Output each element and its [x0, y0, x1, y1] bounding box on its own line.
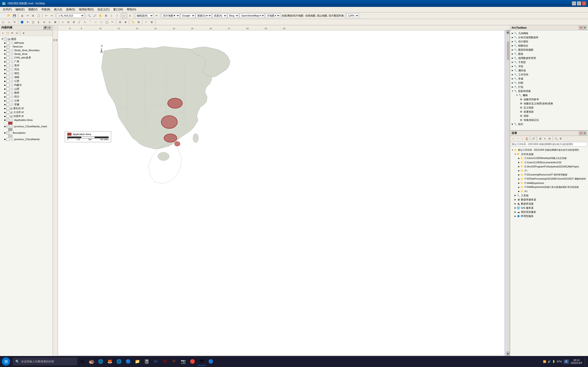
catalog-location-bar[interactable]: 默认工作目录 - 20221004 实验结果图9-提出的方法的适用性 [511, 142, 587, 147]
scroll-up-btn[interactable]: ▲ [506, 30, 510, 34]
vertex-add-btn[interactable]: ⊕ [117, 19, 122, 25]
line-btn[interactable]: ╱ [77, 19, 82, 25]
tool-create-spatial-ref[interactable]: ⚙ 创建空间参考 [510, 97, 588, 101]
catalog-my-hosted-services[interactable]: ▶ ☁ 我托管的服务 [510, 210, 588, 214]
tray-volume-icon[interactable]: 🔊 [548, 360, 551, 363]
freehand-btn[interactable]: 〜 [110, 19, 115, 25]
scale-combo[interactable]: 1:41,416,313 [57, 13, 84, 18]
taskbar-firefox[interactable]: 🦊 [106, 357, 114, 366]
toc-allpoints-expand[interactable]: ▶ [4, 42, 6, 44]
select-btn[interactable]: ▷ [122, 13, 127, 18]
catalog-options-btn[interactable]: ⚙ [559, 136, 563, 141]
tool-batch-project[interactable]: ⚙ 批量投影 [510, 110, 588, 114]
toc-layer-zaili-tif[interactable]: ▶ ▦ 寨礼区.tif [0, 106, 52, 110]
toc-layer-boundaries[interactable]: ▶ ─ Boundaries [0, 131, 52, 135]
toc-group-checkbox[interactable] [4, 38, 7, 41]
zoom-combo[interactable]: 124% [346, 13, 359, 18]
circle-btn[interactable]: ○ [93, 19, 98, 25]
catalog-close-btn[interactable]: ✕ [583, 131, 587, 135]
catalog-detail-btn[interactable]: ⊟ [547, 136, 552, 141]
print-btn[interactable]: 🖨 [19, 13, 25, 18]
menu-bookmark[interactable]: 书签(B) [39, 7, 52, 12]
tray-network-icon[interactable]: 📶 [543, 360, 546, 363]
taskbar-file-explorer[interactable]: 📁 [133, 357, 141, 366]
toc-studyarea-expand[interactable]: ▶ [4, 52, 6, 55]
toc-layer-allpoints[interactable]: ▶ ⬜ AllPoints [0, 41, 52, 45]
tool-layers-views[interactable]: ▶ 🔧 图层和表视图 [510, 48, 588, 52]
taskbar-wps[interactable]: W [161, 357, 169, 366]
taskbar-search-box[interactable]: 🔍 在这里输入你要搜索的内容 [13, 358, 77, 365]
google-combo[interactable]: Google▼ [180, 13, 195, 18]
toc-layer-study-area[interactable]: ▶ ⬜ Study_Area [0, 52, 52, 56]
taskbar-word[interactable]: W [152, 357, 160, 366]
taskbar-bing[interactable]: 🔵 [207, 357, 215, 366]
toc-layer-daye-tif[interactable]: ▶ ▦ 大冶市.tif [0, 110, 52, 114]
tool-domains[interactable]: ▶ 🔧 属性域 [510, 68, 588, 73]
full-extent-btn[interactable]: ⊞ [103, 13, 108, 18]
toc-layer-chn-adm[interactable]: ▶ ⬜ CHN_adm县界 [0, 56, 52, 60]
toc-studyarea-checkbox[interactable] [6, 52, 9, 56]
tool-projection[interactable]: ▼ 🔧 投影和变换 [510, 89, 588, 93]
menu-view[interactable]: 视图(V) [26, 7, 39, 12]
save-btn[interactable]: 💾 [12, 13, 17, 18]
osm-combo[interactable]: OpenStreetMap▼ [240, 13, 265, 18]
arctoolbox-pin-btn[interactable]: 📌 [579, 26, 582, 30]
toc-studyboundary-checkbox[interactable] [6, 49, 9, 52]
toc-layer-hubei[interactable]: ▶ ⬜ 湖北 [0, 71, 52, 75]
feature-create-btn[interactable]: ✦ [25, 19, 30, 25]
catalog-ready-services[interactable]: ▶ 🔷 即用型服务 [510, 214, 588, 218]
tool-create-custom-geo[interactable]: ⚙ 创建自定义地理(坐标)变换 [510, 101, 588, 106]
ellipse-btn[interactable]: ◯ [104, 19, 109, 25]
vertex-del-btn[interactable]: ⊗ [123, 19, 128, 25]
pan-btn[interactable]: ✋ [98, 13, 103, 18]
buffer-btn[interactable]: ⊙ [42, 19, 47, 25]
search-combo[interactable]: 搜索(S)▼ [196, 13, 212, 18]
catalog-pin-btn[interactable]: 📌 [579, 131, 582, 135]
toc-layer-province-used[interactable]: ▶ ⬜ province_CSouthlands_Used [0, 125, 52, 128]
taskbar-ie[interactable]: 🌐 [115, 357, 123, 366]
catalog-folder-exp3[interactable]: ▶ 📁 F:\04AllExperiment\实验3 高分遥感的尾矿库识别实验 [510, 185, 588, 189]
tray-lang[interactable]: 英 [564, 359, 569, 364]
scroll-down-btn[interactable]: ▼ [506, 352, 510, 356]
open-btn[interactable]: 📂 [6, 13, 11, 18]
tool-general[interactable]: ▶ 🔧 常规 [510, 77, 588, 81]
height-combo[interactable]: 高度(A)▼ [212, 13, 227, 18]
close-button[interactable]: ✕ [582, 1, 586, 6]
toc-studyboundary-expand[interactable]: ▶ [4, 49, 6, 52]
toc-layer-anhui[interactable]: ▶ ⬜ 安徽 [0, 102, 52, 106]
menu-geoprocessing[interactable]: 地理处理(G) [77, 7, 95, 12]
tool-fields[interactable]: ▶ 🔧 字段 [510, 64, 588, 68]
toc-layer-yunnan[interactable]: ▶ ⬜ 云南 [0, 99, 52, 102]
taskbar-screenshots[interactable]: 📷 [179, 357, 187, 366]
union-btn[interactable]: ⊎ [47, 19, 52, 25]
taskbar-edge[interactable]: 🌐 [96, 357, 105, 366]
undo-btn[interactable]: ↩ [44, 13, 49, 18]
tool-gdb-management[interactable]: ▶ 🔧 地理数据库管理 [510, 56, 588, 60]
curve-btn[interactable]: ∿ [82, 19, 87, 25]
catalog-folder-connections[interactable]: ▼ 📂 文件夹连接 [510, 152, 588, 156]
catalog-db-connections[interactable]: ▶ 🔌 数据库连接 [510, 202, 588, 206]
catalog-gis-servers[interactable]: ▶ 🌐 GIS 服务器 [510, 206, 588, 210]
scroll-track-v[interactable] [507, 34, 510, 351]
toc-layer-hebei[interactable]: ▶ ⬜ 河北 [0, 67, 52, 71]
edit-pen-btn[interactable]: ✏ [154, 13, 159, 18]
tool-geometry-network[interactable]: ▶ 🔧 几何网络 [510, 31, 588, 35]
tool-package[interactable]: ▶ 🔧 打包 [510, 85, 588, 89]
measure-btn[interactable]: 📏 [130, 19, 136, 25]
tray-battery-icon[interactable]: 🔋 [552, 360, 555, 363]
edit-vertices-btn[interactable]: ◇ [6, 19, 11, 25]
rect-btn[interactable]: □ [99, 19, 104, 25]
copy-btn[interactable]: ⧉ [31, 13, 36, 18]
menu-edit[interactable]: 编辑(E) [14, 7, 26, 12]
tile-map-combo[interactable]: 切片地图▼ [162, 13, 180, 18]
paste-btn[interactable]: 📋 [36, 13, 41, 18]
toc-close-btn[interactable]: ✕ [48, 26, 51, 30]
toc-layer-guangxi[interactable]: ▶ ⬜ 广西 [0, 60, 52, 64]
taskbar-browser2[interactable]: 🔴 [188, 357, 197, 366]
toc-nineline-checkbox[interactable] [6, 45, 9, 48]
toc-options-btn[interactable]: ⚙ [21, 31, 26, 35]
arctoolbox-close-btn[interactable]: ✕ [583, 26, 587, 30]
tool-raster[interactable]: ▼ 🔧 栅格 [510, 93, 588, 97]
toc-list-by-drawing-btn[interactable]: ≡ [1, 31, 5, 35]
toc-layer-neimenggu[interactable]: ▶ ⬜ 内蒙古 [0, 83, 52, 87]
